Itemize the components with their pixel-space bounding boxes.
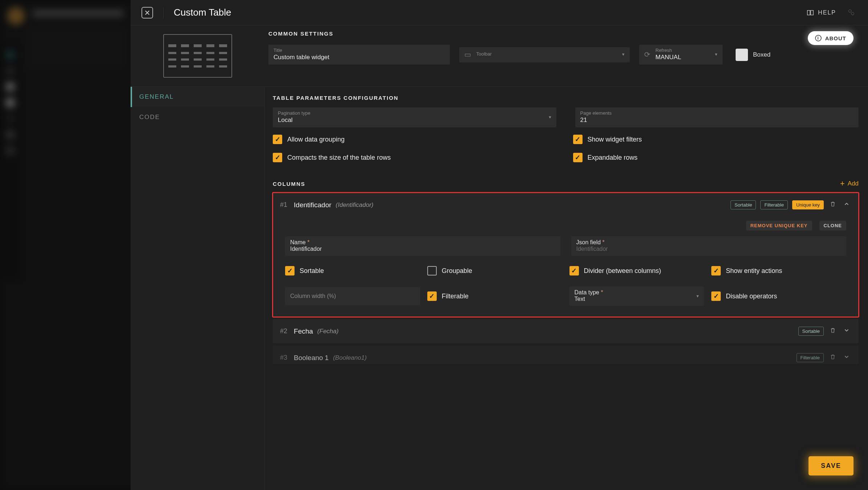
col-divider-checkbox[interactable]: ✓ [569,266,579,275]
title-label: Title [273,48,445,53]
table-params-heading: TABLE PARAMETERS CONFIGURATION [273,95,859,101]
page-elements-value: 21 [580,117,854,124]
pill-filterable: Filterable [760,200,787,209]
column-index: #2 [280,327,287,335]
chevron-down-icon: ▾ [622,52,625,57]
col-sortable-checkbox[interactable]: ✓ [285,266,295,275]
expand-column-button[interactable] [842,352,851,363]
json-label: Json field [576,239,601,245]
data-type-select[interactable]: Data type * Text ▾ [569,286,704,306]
column-index: #3 [280,354,287,362]
chevron-down-icon: ▾ [549,114,551,120]
refresh-select[interactable]: ⟳ Refresh MANUAL ▾ [639,45,723,65]
allow-grouping-label: Allow data grouping [287,136,345,143]
chevron-down-icon [843,327,850,334]
expand-column-button[interactable] [842,326,851,337]
column-width-field[interactable]: Column width (%) [285,287,420,305]
column-name: Fecha [294,327,313,335]
trash-icon [830,327,836,334]
title-value: Custom table widget [273,54,445,61]
help-label: HELP [818,9,836,16]
page-elements-field[interactable]: Page elements 21 [575,107,859,127]
col-divider-label: Divider (between columns) [584,267,661,275]
page-title: Custom Table [174,7,231,18]
remove-unique-key-button[interactable]: REMOVE UNIQUE KEY [746,221,812,230]
tab-code[interactable]: CODE [131,107,264,127]
calendar-icon: ▭ [464,50,471,59]
column-width-label: Column width (%) [290,293,336,299]
toolbar-select[interactable]: ▭ Toolbar ▾ [459,47,630,62]
add-label: Add [848,180,859,187]
delete-column-button[interactable] [828,352,838,363]
delete-column-button[interactable] [828,326,838,337]
col-filterable-label: Filterable [442,293,469,300]
add-column-button[interactable]: + Add [840,179,859,188]
boxed-checkbox[interactable] [736,49,748,61]
col-entity-label: Show entity actions [726,267,782,275]
page-elements-label: Page elements [580,110,854,116]
trash-icon [830,354,836,360]
pill-unique-key: Unique key [792,200,824,209]
json-field-field[interactable]: Json field * Identificador [571,236,847,256]
book-help-icon [806,9,814,17]
column-name-field[interactable]: Name * Identificador [285,236,560,256]
column-card-2: #2 Fecha (Fecha) Sortable [273,319,859,343]
delete-column-button[interactable] [828,199,838,211]
datatype-label: Data type [575,289,599,295]
column-name: Identificador [294,201,332,209]
pagination-value: Local [278,117,549,124]
common-settings-heading: COMMON SETTINGS [268,30,857,37]
chevron-down-icon: ▾ [696,293,699,299]
show-filters-label: Show widget filters [588,136,642,143]
col-disableops-checkbox[interactable]: ✓ [711,291,721,301]
name-label: Name [290,239,306,245]
chevron-down-icon: ▾ [715,52,717,57]
pill-sortable: Sortable [731,200,756,209]
about-button[interactable]: i ABOUT [808,31,853,45]
allow-grouping-checkbox[interactable]: ✓ [273,135,282,144]
column-subname: (Identificador) [336,201,374,209]
col-sortable-label: Sortable [300,267,324,275]
col-groupable-label: Groupable [442,267,472,275]
expandable-rows-checkbox[interactable]: ✓ [573,153,583,162]
trash-icon [830,201,836,207]
show-filters-checkbox[interactable]: ✓ [573,135,583,144]
plus-icon: + [840,179,845,188]
chevron-down-icon [843,354,850,360]
help-button[interactable]: HELP [806,9,836,17]
title-field[interactable]: Title Custom table widget [268,45,450,65]
expandable-rows-label: Expandable rows [588,154,638,162]
pagination-label: Pagination type [278,110,549,116]
column-card-1: #1 Identificador (Identificador) Sortabl… [273,193,859,317]
close-button[interactable] [141,7,153,19]
settings-cog-icon[interactable] [847,8,855,17]
col-entity-checkbox[interactable]: ✓ [711,266,721,275]
tab-general[interactable]: GENERAL [131,87,264,107]
col-disableops-label: Disable operators [726,293,777,300]
column-card-3: #3 Booleano 1 (Booleano1) Filterable [273,346,859,364]
json-value: Identificador [576,246,842,252]
svg-point-1 [851,12,854,15]
col-groupable-checkbox[interactable] [427,266,437,275]
column-name: Booleano 1 [294,354,329,362]
pill-filterable: Filterable [797,353,824,362]
column-subname: (Fecha) [317,328,339,335]
col-filterable-checkbox[interactable]: ✓ [427,291,437,301]
compact-rows-label: Compacts the size of the table rows [287,154,391,162]
save-button[interactable]: SAVE [809,456,853,475]
compact-rows-checkbox[interactable]: ✓ [273,153,282,162]
svg-point-0 [849,9,851,12]
refresh-value: MANUAL [655,54,710,61]
datatype-value: Text [575,296,697,302]
column-subname: (Booleano1) [333,354,367,362]
pagination-type-select[interactable]: Pagination type Local ▾ [273,107,556,127]
name-value: Identificador [290,246,555,252]
collapse-column-button[interactable] [842,199,851,211]
table-preview-icon [163,34,232,78]
column-index: #1 [280,201,287,209]
columns-heading: COLUMNS [273,181,305,187]
info-icon: i [815,35,822,41]
clone-column-button[interactable]: CLONE [819,221,847,230]
pill-sortable: Sortable [798,327,824,336]
about-label: ABOUT [825,35,846,41]
